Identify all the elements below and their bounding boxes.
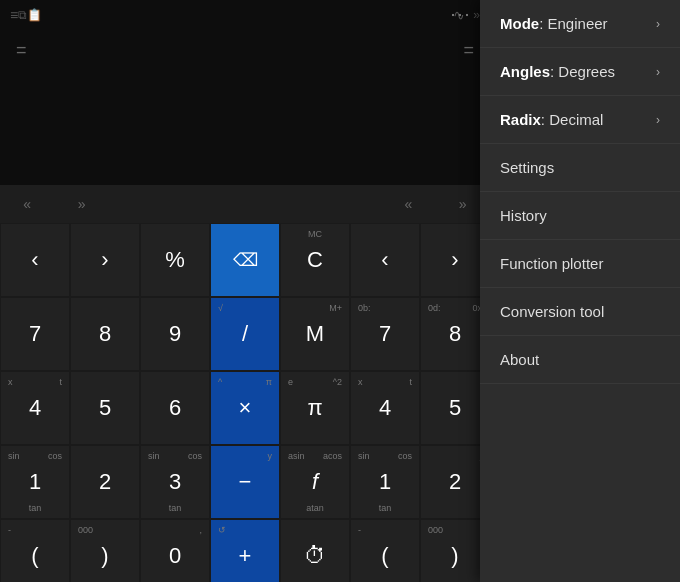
- copy-icon: ⧉: [18, 8, 27, 22]
- btn-4[interactable]: x t 4: [0, 371, 70, 445]
- 000-sub-2: 000: [428, 525, 443, 535]
- nav-right-left[interactable]: «: [381, 185, 435, 223]
- calculator-display: ≡ ⧉ 📋 ∿ » = =: [0, 0, 490, 185]
- 0d-label: 0d:: [428, 303, 441, 313]
- calc-row-1: 7 8 9 √ / M+ M 0b: 7 0d: 0x 8: [0, 297, 490, 371]
- tan-sub: tan: [29, 503, 42, 513]
- mode-chevron: ›: [656, 17, 660, 31]
- menu-item-mode[interactable]: Mode: Engineer ›: [480, 0, 680, 48]
- btn-minus[interactable]: y −: [210, 445, 280, 519]
- menu-item-about[interactable]: About: [480, 336, 680, 384]
- cos-sub-3: cos: [398, 451, 412, 461]
- tan-sub-2: tan: [169, 503, 182, 513]
- radix-value: Decimal: [549, 111, 603, 128]
- angles-chevron: ›: [656, 65, 660, 79]
- calc-row-2: x t 4 5 6 ^ π × ^2 e π x t 4 5: [0, 371, 490, 445]
- btn-3[interactable]: sin cos 3 tan: [140, 445, 210, 519]
- btn-left-arrow-2[interactable]: ‹: [350, 223, 420, 297]
- btn-4b[interactable]: x t 4: [350, 371, 420, 445]
- nav-left-right[interactable]: »: [54, 185, 108, 223]
- btn-lparen-2[interactable]: - (: [350, 519, 420, 582]
- nav-left-left[interactable]: «: [0, 185, 54, 223]
- display-top-bar: ≡ ⧉ 📋 ∿ »: [0, 0, 490, 30]
- mplus-sub: M+: [329, 303, 342, 313]
- x-sub-2: x: [358, 377, 363, 387]
- tan-sub-3: tan: [379, 503, 392, 513]
- arrow-right-icon: »: [473, 8, 480, 22]
- btn-history-clock[interactable]: ⏱: [280, 519, 350, 582]
- btn-memory[interactable]: M+ M: [280, 297, 350, 371]
- sqrt-sub: √: [218, 303, 223, 313]
- e-sub: e: [288, 377, 293, 387]
- btn-5[interactable]: 5: [70, 371, 140, 445]
- equals-right: =: [463, 40, 474, 61]
- btn-7[interactable]: 7: [0, 297, 70, 371]
- menu-item-history[interactable]: History: [480, 192, 680, 240]
- 0b-label: 0b:: [358, 303, 371, 313]
- history-label: History: [500, 207, 547, 224]
- radix-chevron: ›: [656, 113, 660, 127]
- btn-0[interactable]: , 0: [140, 519, 210, 582]
- mode-value: Engineer: [548, 15, 608, 32]
- sin-sub: sin: [8, 451, 20, 461]
- btn-multiply[interactable]: ^ π ×: [210, 371, 280, 445]
- mc-label: MC: [308, 229, 322, 239]
- btn-1[interactable]: sin cos 1 tan: [0, 445, 70, 519]
- btn-8[interactable]: 8: [70, 297, 140, 371]
- sin-sub-2: sin: [148, 451, 160, 461]
- angles-value: Degrees: [558, 63, 615, 80]
- y-sub: y: [268, 451, 273, 461]
- menu-item-angles[interactable]: Angles: Degrees ›: [480, 48, 680, 96]
- x-sub: x: [8, 377, 13, 387]
- asin-sub: asin: [288, 451, 305, 461]
- nav-strip-left: « » « »: [0, 185, 490, 223]
- mode-label: Mode: [500, 15, 539, 32]
- menu-item-conversion-tool[interactable]: Conversion tool: [480, 288, 680, 336]
- undo-sub: ↺: [218, 525, 226, 535]
- btn-9[interactable]: 9: [140, 297, 210, 371]
- display-equals-row: = =: [0, 30, 490, 70]
- nav-right-double-left-icon: «: [404, 196, 412, 212]
- nav-double-right-icon: »: [78, 196, 86, 212]
- btn-pi[interactable]: ^2 e π: [280, 371, 350, 445]
- sq-sub: ^2: [333, 377, 342, 387]
- btn-6[interactable]: 6: [140, 371, 210, 445]
- btn-clear[interactable]: MC C: [280, 223, 350, 297]
- calc-row-4: - ( 000 ) , 0 ↺ + ⏱ - ( 000 ): [0, 519, 490, 582]
- btn-rparen[interactable]: 000 ): [70, 519, 140, 582]
- btn-lparen[interactable]: - (: [0, 519, 70, 582]
- angles-label: Angles: [500, 63, 550, 80]
- 000-sub: 000: [78, 525, 93, 535]
- minus-sub: -: [8, 525, 11, 535]
- btn-2[interactable]: 2: [70, 445, 140, 519]
- comma-sub: ,: [199, 525, 202, 535]
- overflow-menu-button[interactable]: ⋮: [449, 5, 473, 22]
- nav-double-left-icon: «: [23, 196, 31, 212]
- function-plotter-label: Function plotter: [500, 255, 603, 272]
- btn-left-arrow[interactable]: ‹: [0, 223, 70, 297]
- btn-percent[interactable]: %: [140, 223, 210, 297]
- sin-sub-3: sin: [358, 451, 370, 461]
- hamburger-icon: ≡: [10, 7, 18, 23]
- cos-sub: cos: [48, 451, 62, 461]
- nav-right-double-right-icon: »: [459, 196, 467, 212]
- acos-sub: acos: [323, 451, 342, 461]
- menu-item-function-plotter[interactable]: Function plotter: [480, 240, 680, 288]
- equals-left: =: [16, 40, 27, 61]
- t-sub-2: t: [409, 377, 412, 387]
- btn-right-arrow[interactable]: ›: [70, 223, 140, 297]
- t-sub: t: [59, 377, 62, 387]
- btn-plus[interactable]: ↺ +: [210, 519, 280, 582]
- about-label: About: [500, 351, 539, 368]
- minus-sub-2: -: [358, 525, 361, 535]
- btn-func[interactable]: asin acos f atan: [280, 445, 350, 519]
- btn-1b[interactable]: sin cos 1 tan: [350, 445, 420, 519]
- menu-item-radix[interactable]: Radix: Decimal ›: [480, 96, 680, 144]
- menu-item-settings[interactable]: Settings: [480, 144, 680, 192]
- pi-sub: π: [266, 377, 272, 387]
- calculator-grid: ‹ › % ⌫ MC C ‹ › 7 8 9 √ / M+ M 0b: 7 0d…: [0, 223, 490, 582]
- btn-7b[interactable]: 0b: 7: [350, 297, 420, 371]
- btn-divide[interactable]: √ /: [210, 297, 280, 371]
- btn-backspace[interactable]: ⌫: [210, 223, 280, 297]
- settings-label: Settings: [500, 159, 554, 176]
